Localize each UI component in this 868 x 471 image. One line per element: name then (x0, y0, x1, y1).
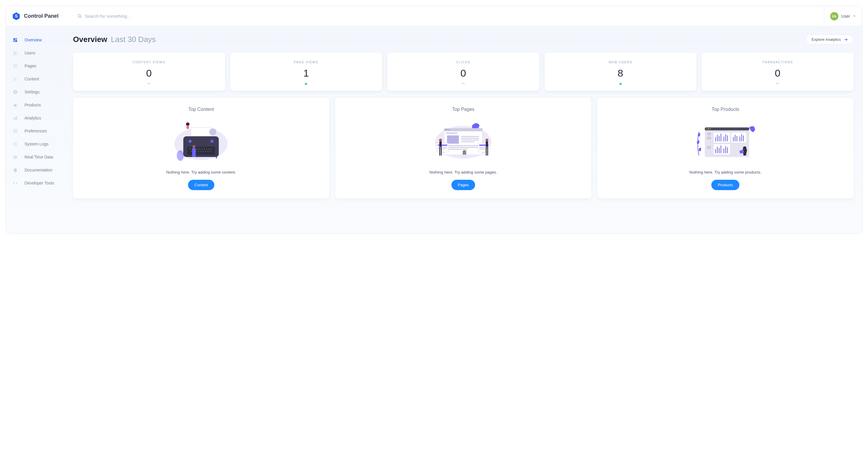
sidebar-item-developer-tools[interactable]: Developer Tools (6, 177, 68, 190)
avatar: Us (830, 12, 838, 21)
svg-rect-79 (437, 143, 448, 152)
history-icon (13, 142, 18, 146)
svg-point-63 (192, 145, 195, 148)
sidebar-item-label: Developer Tools (25, 181, 54, 185)
sidebar-item-system-logs[interactable]: System Logs (6, 137, 68, 151)
stat-label: CLICKS (390, 60, 536, 64)
panel-top-products: Top Products (597, 98, 854, 198)
panel-empty-text: Nothing here. Try adding some pages. (341, 170, 586, 175)
sidebar: Overview Users Pages Content (6, 26, 68, 233)
svg-rect-109 (720, 134, 721, 141)
svg-rect-60 (187, 125, 189, 129)
stat-value: 0 (76, 67, 222, 79)
svg-rect-74 (461, 139, 479, 140)
svg-rect-66 (444, 128, 483, 131)
stat-label: PAGE VIEWS (233, 60, 379, 64)
sidebar-item-settings[interactable]: Settings (6, 86, 68, 98)
panel-empty-text: Nothing here. Try adding some content. (79, 170, 323, 175)
brand: S Control Panel (12, 12, 59, 21)
svg-point-43 (196, 149, 198, 150)
svg-point-39 (211, 140, 213, 143)
svg-rect-76 (447, 145, 479, 146)
trend-flat-icon (705, 82, 850, 85)
svg-point-38 (189, 140, 192, 143)
svg-point-69 (448, 129, 450, 130)
svg-rect-37 (187, 147, 215, 155)
body: Overview Users Pages Content (6, 26, 862, 233)
sidebar-item-preferences[interactable]: Preferences (6, 124, 68, 137)
svg-rect-127 (727, 147, 728, 153)
svg-rect-103 (707, 136, 711, 139)
main-content: Overview Last 30 Days Explore Analytics … (68, 26, 862, 233)
stats-row: CONTENT VIEWS 0 PAGE VIEWS 1 CLICKS 0 NE… (73, 53, 854, 91)
user-menu[interactable]: Us User ▼ (824, 6, 856, 26)
stat-card-content-views: CONTENT VIEWS 0 (73, 53, 225, 91)
svg-point-33 (177, 150, 184, 161)
svg-rect-30 (14, 168, 14, 171)
svg-rect-124 (720, 146, 721, 153)
svg-rect-119 (743, 135, 744, 141)
svg-point-49 (211, 149, 212, 150)
svg-rect-90 (439, 141, 442, 147)
sidebar-item-users[interactable]: Users (6, 46, 68, 59)
sidebar-item-documentation[interactable]: Documentation (6, 163, 68, 177)
svg-rect-117 (739, 136, 740, 141)
svg-rect-102 (707, 132, 711, 135)
stat-value: 0 (390, 67, 536, 79)
svg-rect-95 (486, 147, 487, 156)
svg-point-56 (205, 151, 206, 152)
svg-point-67 (445, 129, 446, 130)
svg-rect-5 (16, 38, 17, 39)
topbar: S Control Panel Us User ▼ (6, 6, 862, 26)
sidebar-item-label: Settings (25, 90, 40, 94)
explore-label: Explore Analytics (811, 37, 841, 42)
page-header: Overview Last 30 Days Explore Analytics (73, 35, 854, 44)
panel-title: Top Pages (341, 107, 586, 112)
trend-flat-icon (76, 82, 222, 85)
panel-empty-text: Nothing here. Try adding some products. (603, 170, 847, 175)
svg-rect-77 (447, 147, 479, 148)
sidebar-item-label: Products (25, 103, 41, 107)
stat-value: 1 (233, 67, 379, 79)
sidebar-item-products[interactable]: Products (6, 98, 68, 112)
logo-icon: S (12, 12, 21, 21)
svg-point-44 (199, 149, 200, 150)
content-icon (13, 76, 18, 81)
svg-rect-115 (735, 135, 736, 141)
svg-rect-8 (13, 40, 14, 42)
svg-point-46 (204, 149, 205, 150)
svg-rect-71 (447, 135, 459, 144)
svg-point-58 (210, 151, 211, 152)
sidebar-item-label: Analytics (25, 116, 41, 120)
sidebar-item-real-time-data[interactable]: Real Time Data (6, 151, 68, 163)
stat-value: 0 (705, 67, 850, 79)
svg-rect-104 (707, 146, 711, 149)
content-button[interactable]: Content (188, 180, 215, 190)
svg-rect-98 (705, 127, 749, 130)
sidebar-item-content[interactable]: Content (6, 72, 68, 86)
stat-label: CONTENT VIEWS (76, 60, 222, 64)
svg-rect-10 (16, 40, 17, 42)
panel-title: Top Products (603, 107, 847, 112)
sidebar-item-label: Content (25, 76, 39, 81)
svg-rect-118 (741, 134, 742, 141)
svg-rect-121 (715, 149, 716, 153)
pages-button[interactable]: Pages (452, 180, 475, 190)
stat-card-page-views: PAGE VIEWS 1 (230, 53, 382, 91)
username-label: User (841, 14, 850, 19)
search-input[interactable] (85, 13, 203, 19)
products-button[interactable]: Products (711, 180, 739, 190)
sidebar-item-analytics[interactable]: Analytics (6, 112, 68, 124)
explore-analytics-button[interactable]: Explore Analytics (806, 35, 854, 44)
sidebar-item-label: Users (25, 51, 35, 55)
svg-rect-107 (717, 135, 718, 141)
sidebar-item-overview[interactable]: Overview (6, 33, 68, 46)
svg-point-48 (209, 149, 210, 150)
sidebar-item-pages[interactable]: Pages (6, 59, 68, 72)
users-icon (13, 51, 18, 55)
svg-point-50 (191, 151, 192, 152)
stat-label: TRANSACTIONS (705, 60, 850, 64)
code-icon (13, 181, 18, 185)
svg-rect-116 (737, 136, 737, 141)
svg-rect-96 (487, 147, 488, 156)
